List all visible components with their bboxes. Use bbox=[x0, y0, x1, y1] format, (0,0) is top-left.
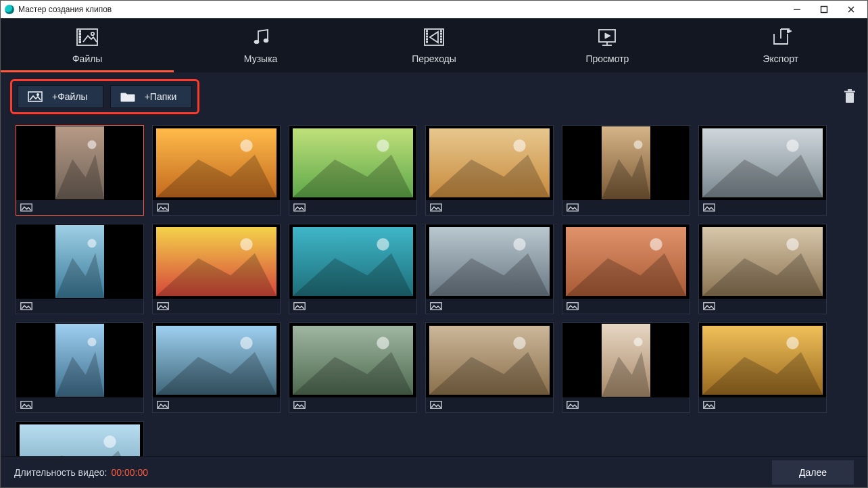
media-item[interactable] bbox=[289, 322, 417, 413]
media-item[interactable] bbox=[16, 322, 144, 413]
image-type-icon bbox=[20, 401, 32, 409]
media-type-badge bbox=[699, 397, 826, 412]
svg-rect-32 bbox=[846, 93, 854, 103]
folder-icon bbox=[120, 91, 135, 102]
svg-point-77 bbox=[650, 238, 662, 250]
thumbnail-area bbox=[426, 224, 553, 299]
close-button[interactable] bbox=[838, 1, 865, 18]
svg-rect-7 bbox=[79, 36, 81, 38]
thumbnail-image bbox=[156, 326, 276, 395]
svg-point-49 bbox=[513, 139, 525, 151]
window-title: Мастер создания клипов bbox=[18, 5, 112, 14]
image-type-icon bbox=[157, 302, 169, 310]
media-type-badge bbox=[426, 397, 553, 412]
media-item[interactable] bbox=[289, 224, 417, 314]
tab-preview[interactable]: Просмотр bbox=[521, 18, 694, 72]
toolbar: +Файлы +Папки bbox=[1, 72, 867, 118]
media-item[interactable] bbox=[425, 125, 554, 216]
app-window: Мастер создания клипов ФайлыМузыкаПерехо… bbox=[0, 0, 868, 488]
media-type-badge bbox=[153, 397, 280, 412]
app-icon bbox=[5, 5, 14, 14]
media-item[interactable] bbox=[16, 125, 144, 216]
minimize-button[interactable] bbox=[783, 1, 811, 18]
media-item[interactable] bbox=[425, 322, 554, 413]
media-type-badge bbox=[562, 200, 690, 215]
svg-rect-107 bbox=[20, 424, 140, 456]
image-type-icon bbox=[430, 401, 442, 409]
delete-button[interactable] bbox=[842, 87, 858, 106]
svg-rect-18 bbox=[427, 41, 428, 43]
tab-files[interactable]: Файлы bbox=[1, 18, 174, 72]
trash-icon bbox=[844, 89, 856, 104]
media-item[interactable] bbox=[152, 224, 281, 314]
svg-point-11 bbox=[254, 40, 259, 43]
media-grid-scroll[interactable] bbox=[1, 118, 867, 456]
svg-point-73 bbox=[513, 238, 525, 250]
media-type-badge bbox=[289, 397, 416, 412]
tab-transitions[interactable]: Переходы bbox=[347, 18, 521, 72]
media-type-badge bbox=[426, 299, 553, 314]
tab-label: Просмотр bbox=[585, 53, 629, 64]
media-item[interactable] bbox=[562, 224, 690, 314]
add-files-button[interactable]: +Файлы bbox=[18, 85, 103, 108]
media-item[interactable] bbox=[16, 421, 144, 456]
music-icon bbox=[249, 27, 272, 49]
media-type-badge bbox=[16, 200, 143, 215]
thumbnail-image bbox=[156, 128, 276, 197]
media-item[interactable] bbox=[152, 322, 281, 413]
media-type-badge bbox=[289, 299, 416, 314]
maximize-button[interactable] bbox=[811, 1, 838, 18]
tab-label: Файлы bbox=[72, 53, 102, 64]
svg-point-31 bbox=[37, 93, 39, 95]
transitions-icon bbox=[423, 27, 445, 49]
svg-point-109 bbox=[103, 435, 116, 447]
media-item[interactable] bbox=[698, 125, 827, 216]
media-item[interactable] bbox=[289, 125, 417, 216]
media-item[interactable] bbox=[425, 224, 554, 314]
svg-rect-34 bbox=[848, 89, 852, 91]
add-folders-label: +Папки bbox=[145, 91, 177, 102]
thumbnail-image bbox=[566, 227, 686, 296]
media-item[interactable] bbox=[562, 125, 690, 216]
thumbnail-area bbox=[153, 224, 280, 299]
image-type-icon bbox=[430, 302, 442, 310]
svg-rect-1 bbox=[821, 7, 827, 13]
thumbnail-area bbox=[289, 126, 416, 200]
media-type-badge bbox=[16, 299, 143, 314]
svg-rect-16 bbox=[427, 36, 428, 37]
image-type-icon bbox=[566, 401, 579, 409]
preview-icon bbox=[596, 27, 619, 49]
media-item[interactable] bbox=[152, 125, 281, 216]
tab-music[interactable]: Музыка bbox=[174, 18, 347, 72]
media-item[interactable] bbox=[16, 224, 144, 314]
thumbnail-image bbox=[702, 128, 823, 197]
svg-point-85 bbox=[88, 338, 97, 347]
image-type-icon bbox=[20, 203, 32, 212]
footer: Длительность видео: 00:00:00 Далее bbox=[1, 456, 867, 487]
thumbnail-image bbox=[293, 128, 413, 197]
svg-point-41 bbox=[240, 139, 252, 151]
media-type-badge bbox=[153, 200, 280, 215]
media-item[interactable] bbox=[698, 322, 827, 413]
next-button[interactable]: Далее bbox=[772, 460, 854, 485]
media-item[interactable] bbox=[562, 322, 690, 413]
svg-point-93 bbox=[377, 337, 389, 349]
media-type-badge bbox=[562, 299, 690, 314]
thumbnail-area bbox=[16, 323, 143, 397]
image-type-icon bbox=[430, 203, 442, 212]
thumbnail-area bbox=[426, 126, 553, 200]
image-type-icon bbox=[20, 302, 32, 310]
add-folders-button[interactable]: +Папки bbox=[110, 85, 193, 108]
svg-rect-17 bbox=[427, 39, 428, 40]
image-type-icon bbox=[703, 203, 715, 212]
svg-point-37 bbox=[88, 141, 97, 149]
svg-rect-8 bbox=[79, 39, 81, 41]
svg-point-101 bbox=[634, 338, 643, 347]
media-item[interactable] bbox=[698, 224, 827, 314]
media-type-badge bbox=[562, 397, 690, 412]
tab-export[interactable]: Экспорт bbox=[694, 18, 867, 72]
duration-value: 00:00:00 bbox=[112, 467, 149, 478]
thumbnail-area bbox=[16, 224, 143, 299]
image-type-icon bbox=[293, 203, 306, 212]
thumbnail-image bbox=[156, 227, 276, 296]
